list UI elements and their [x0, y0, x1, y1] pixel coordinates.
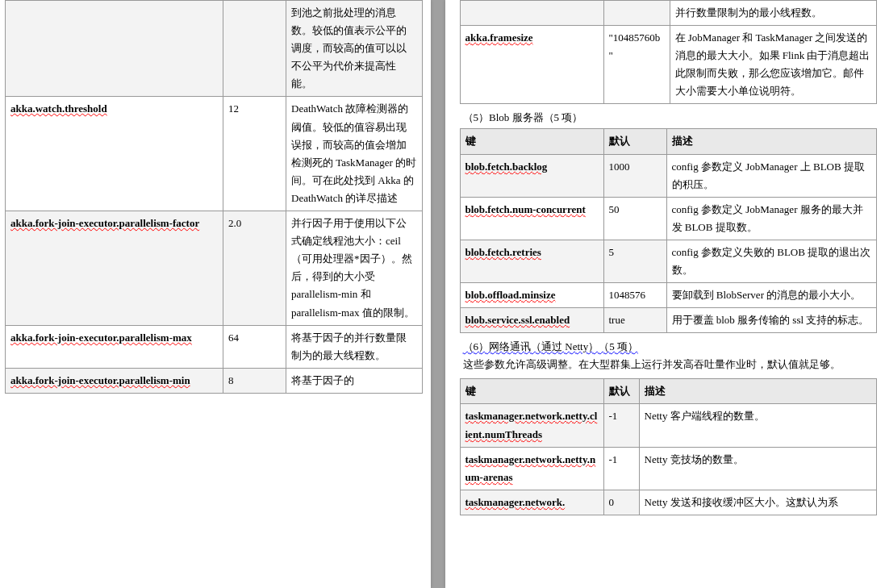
cell-val [223, 1, 286, 97]
cell-key: blob.fetch.retries [460, 240, 603, 282]
th-desc: 描述 [639, 379, 877, 404]
th-key: 键 [460, 379, 603, 404]
cell-desc: config 参数定义 JobManager 上 BLOB 提取的积压。 [666, 154, 877, 197]
cell-desc: 将基于因子的 [286, 368, 423, 393]
cell-desc: config 参数定义 JobManager 服务的最大并发 BLOB 提取数。 [666, 197, 877, 240]
table-row: blob.offload.minsize 1048576 要卸载到 BlobSe… [460, 283, 877, 308]
section-note-6: 这些参数允许高级调整。在大型群集上运行并发高吞吐量作业时，默认值就足够。 [463, 357, 878, 372]
cell-key: blob.fetch.num-concurrent [460, 197, 603, 240]
table-row: 并行数量限制为的最小线程数。 [460, 1, 877, 26]
table-row: akka.fork-join-executor.parallelism-fact… [6, 211, 423, 326]
table-row: akka.watch.threshold 12 DeathWatch 故障检测器… [6, 97, 423, 211]
cell-val: 64 [223, 325, 286, 368]
cell-desc: 并行因子用于使用以下公式确定线程池大小：ceil（可用处理器*因子）。然后，得到… [286, 211, 423, 326]
cell-key: blob.service.ssl.enabled [460, 308, 603, 333]
cell-val: true [603, 308, 666, 333]
cell-val: 0 [603, 490, 639, 515]
table-row: blob.fetch.retries 5 config 参数定义失败的 BLOB… [460, 240, 877, 282]
cell-key [460, 1, 603, 26]
cell-val: -1 [603, 404, 639, 447]
table-row: blob.service.ssl.enabled true 用于覆盖 blob … [460, 308, 877, 333]
cell-val [603, 1, 670, 26]
table-row: akka.fork-join-executor.parallelism-max … [6, 325, 423, 368]
table-row: taskmanager.network. 0 Netty 发送和接收缓冲区大小。… [460, 490, 877, 515]
cell-key: akka.watch.threshold [6, 97, 223, 211]
cell-desc: 用于覆盖 blob 服务传输的 ssl 支持的标志。 [666, 308, 877, 333]
section-heading-6: （6）网络通讯（通过 Netty）（5 项） [463, 340, 878, 354]
table-row: akka.framesize "10485760b" 在 JobManager … [460, 26, 877, 104]
cell-key: taskmanager.network.netty.num-arenas [460, 447, 603, 490]
cell-key: taskmanager.network.netty.client.numThre… [460, 404, 603, 447]
cell-desc: 到池之前批处理的消息数。较低的值表示公平的调度，而较高的值可以以不公平为代价来提… [286, 1, 423, 97]
cell-val: "10485760b" [603, 26, 670, 104]
cell-desc: Netty 客户端线程的数量。 [639, 404, 877, 447]
th-default: 默认 [603, 379, 639, 404]
table-row: taskmanager.network.netty.num-arenas -1 … [460, 447, 877, 490]
table-akka-cont: 并行数量限制为的最小线程数。 akka.framesize "10485760b… [460, 0, 878, 104]
cell-key: akka.framesize [460, 26, 603, 104]
page-right: 并行数量限制为的最小线程数。 akka.framesize "10485760b… [445, 0, 886, 588]
cell-key: akka.fork-join-executor.parallelism-fact… [6, 211, 223, 326]
cell-key: taskmanager.network. [460, 490, 603, 515]
cell-desc: Netty 发送和接收缓冲区大小。这默认为系 [639, 490, 877, 515]
section-heading-5: （5）Blob 服务器（5 项） [463, 111, 878, 125]
table-netty: 键 默认 描述 taskmanager.network.netty.client… [460, 378, 878, 515]
table-akka: 到池之前批处理的消息数。较低的值表示公平的调度，而较高的值可以以不公平为代价来提… [5, 0, 423, 394]
cell-desc: DeathWatch 故障检测器的阈值。较低的值容易出现误报，而较高的值会增加检… [286, 97, 423, 211]
table-row: blob.fetch.backlog 1000 config 参数定义 JobM… [460, 154, 877, 197]
cell-val: 1048576 [603, 283, 666, 308]
cell-val: 12 [223, 97, 286, 211]
table-row: taskmanager.network.netty.client.numThre… [460, 404, 877, 447]
th-key: 键 [460, 129, 603, 154]
table-row: 到池之前批处理的消息数。较低的值表示公平的调度，而较高的值可以以不公平为代价来提… [6, 1, 423, 97]
cell-key: akka.fork-join-executor.parallelism-min [6, 368, 223, 393]
cell-desc: 并行数量限制为的最小线程数。 [670, 1, 877, 26]
cell-key: akka.fork-join-executor.parallelism-max [6, 325, 223, 368]
cell-key [6, 1, 223, 97]
cell-key: blob.offload.minsize [460, 283, 603, 308]
table-row: blob.fetch.num-concurrent 50 config 参数定义… [460, 197, 877, 240]
cell-val: -1 [603, 447, 639, 490]
table-blob: 键 默认 描述 blob.fetch.backlog 1000 config 参… [460, 128, 878, 333]
cell-desc: 在 JobManager 和 TaskManager 之间发送的消息的最大大小。… [670, 26, 877, 104]
cell-desc: 将基于因子的并行数量限制为的最大线程数。 [286, 325, 423, 368]
cell-desc: config 参数定义失败的 BLOB 提取的退出次数。 [666, 240, 877, 282]
table-row: akka.fork-join-executor.parallelism-min … [6, 368, 423, 393]
table-header-row: 键 默认 描述 [460, 129, 877, 154]
cell-key: blob.fetch.backlog [460, 154, 603, 197]
cell-val: 1000 [603, 154, 666, 197]
table-header-row: 键 默认 描述 [460, 379, 877, 404]
cell-desc: 要卸载到 BlobServer 的消息的最小大小。 [666, 283, 877, 308]
cell-desc: Netty 竞技场的数量。 [639, 447, 877, 490]
cell-val: 8 [223, 368, 286, 393]
cell-val: 5 [603, 240, 666, 282]
page-left: 到池之前批处理的消息数。较低的值表示公平的调度，而较高的值可以以不公平为代价来提… [0, 0, 431, 588]
cell-val: 50 [603, 197, 666, 240]
th-default: 默认 [603, 129, 666, 154]
cell-val: 2.0 [223, 211, 286, 326]
th-desc: 描述 [666, 129, 877, 154]
